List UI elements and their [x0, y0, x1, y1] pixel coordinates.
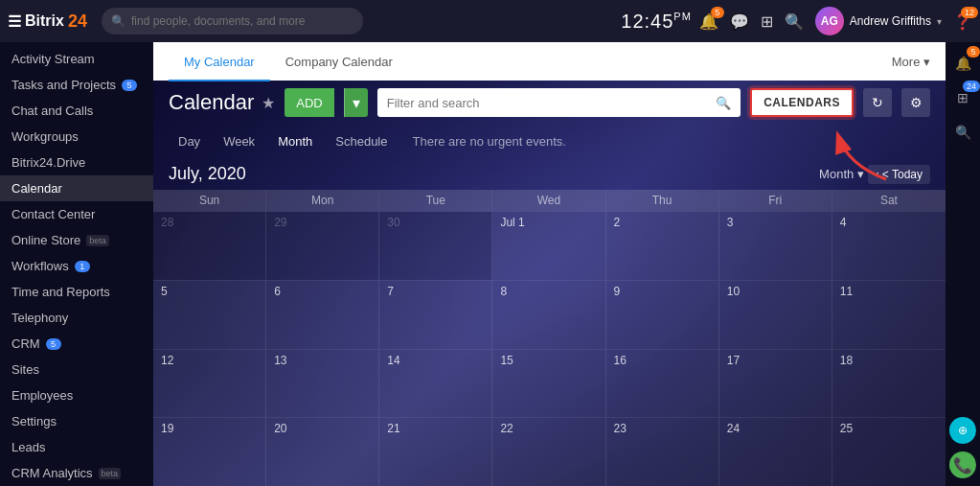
cal-cell[interactable]: 3	[719, 212, 832, 280]
sidebar-item-chat-and-calls[interactable]: Chat and Calls	[0, 98, 153, 124]
day-number: 11	[840, 285, 853, 298]
cal-cell[interactable]: 23	[606, 418, 719, 486]
hamburger-icon[interactable]: ☰	[8, 12, 21, 31]
star-icon[interactable]: ★	[262, 94, 275, 112]
sidebar-item-sites[interactable]: Sites	[0, 357, 153, 382]
tab-company-calendar[interactable]: Company Calendar	[270, 43, 408, 81]
cal-cell[interactable]: 14	[379, 350, 492, 418]
cal-cell[interactable]: 15	[492, 350, 605, 418]
cal-cell[interactable]: 29	[266, 212, 379, 280]
user-area[interactable]: AG Andrew Griffiths ▾	[815, 7, 942, 35]
view-tabs: Day Week Month Schedule There are no urg…	[153, 125, 946, 158]
cal-cell[interactable]: 30	[379, 212, 492, 280]
sidebar-item-settings[interactable]: Settings	[0, 408, 153, 434]
cal-cell[interactable]: 6	[266, 281, 379, 349]
global-search[interactable]: 🔍	[102, 8, 363, 35]
filter-search-icon: 🔍	[716, 96, 731, 110]
add-button[interactable]: ADD	[285, 88, 333, 117]
cal-cell[interactable]: 9	[606, 281, 719, 349]
sidebar-item-workgroups[interactable]: Workgroups	[0, 124, 153, 150]
chat-icon[interactable]: 💬	[730, 12, 749, 31]
cal-cell[interactable]: 12	[153, 350, 266, 418]
cal-cell[interactable]: 8	[492, 281, 605, 349]
cal-cell[interactable]: 4	[832, 212, 946, 280]
day-name-mon: Mon	[266, 190, 379, 211]
day-number: 8	[500, 285, 507, 298]
cal-cell[interactable]: 21	[379, 418, 492, 486]
day-name-sat: Sat	[832, 190, 946, 211]
right-teal-button[interactable]: ⊕	[949, 417, 976, 444]
cal-cell[interactable]: Jul 1	[492, 212, 605, 280]
grid-icon[interactable]: ⊞	[761, 12, 773, 31]
add-dropdown[interactable]: ▾	[344, 88, 368, 117]
search-input[interactable]	[131, 14, 353, 28]
day-number: 28	[161, 216, 173, 229]
cal-cell[interactable]: 18	[832, 350, 946, 418]
calendar-weeks: 282930Jul 123456789101112131415161718192…	[153, 211, 946, 486]
help-icon[interactable]: ❓ 12	[953, 12, 972, 31]
refresh-button[interactable]: ↻	[863, 88, 892, 117]
sidebar-item-bitrix24.drive[interactable]: Bitrix24.Drive	[0, 150, 153, 175]
cal-cell[interactable]: 28	[153, 212, 266, 280]
cal-cell[interactable]: 5	[153, 281, 266, 349]
cal-cell[interactable]: 11	[832, 281, 946, 349]
sidebar-item-crm-analytics[interactable]: CRM Analytics beta	[0, 460, 153, 486]
view-week[interactable]: Week	[214, 130, 264, 152]
sidebar-item-tasks-and-projects[interactable]: Tasks and Projects 5	[0, 72, 153, 98]
sidebar-item-online-store[interactable]: Online Store beta	[0, 227, 153, 253]
cal-cell[interactable]: 7	[379, 281, 492, 349]
sidebar-item-calendar[interactable]: Calendar	[0, 175, 153, 201]
cal-cell[interactable]: 24	[719, 418, 832, 486]
sidebar-label: Employees	[11, 388, 73, 403]
month-header: July, 2020 Month ▾ ‹ < Today	[153, 158, 946, 190]
cal-cell[interactable]: 22	[492, 418, 605, 486]
filter-input[interactable]	[387, 96, 710, 110]
search-global-icon[interactable]: 🔍	[785, 12, 804, 31]
sidebar-item-workflows[interactable]: Workflows 1	[0, 253, 153, 279]
tab-my-calendar[interactable]: My Calendar	[169, 43, 270, 81]
day-number: 22	[500, 422, 513, 435]
day-name-sun: Sun	[153, 190, 266, 211]
cal-cell[interactable]: 20	[266, 418, 379, 486]
right-search-icon[interactable]: 🔍	[949, 119, 976, 146]
cal-cell[interactable]: 13	[266, 350, 379, 418]
sidebar-item-employees[interactable]: Employees	[0, 382, 153, 408]
sidebar-item-time-and-reports[interactable]: Time and Reports	[0, 279, 153, 305]
right-green-button[interactable]: 📞	[949, 451, 976, 478]
day-number: 13	[274, 354, 286, 367]
sidebar-label: Online Store	[11, 233, 80, 247]
sidebar-label: Bitrix24.Drive	[11, 155, 85, 170]
day-number: 10	[727, 285, 740, 298]
right-notifications-badge: 5	[967, 46, 980, 58]
cal-cell[interactable]: 2	[606, 212, 719, 280]
bell-icon[interactable]: 🔔 5	[699, 12, 718, 31]
view-schedule[interactable]: Schedule	[326, 130, 397, 152]
day-number: 20	[274, 422, 286, 435]
view-month[interactable]: Month	[268, 130, 322, 152]
more-button[interactable]: More ▾	[892, 55, 930, 69]
sidebar-item-activity-stream[interactable]: Activity Stream	[0, 46, 153, 72]
cal-cell[interactable]: 19	[153, 418, 266, 486]
cal-cell[interactable]: 25	[832, 418, 946, 486]
day-number: 12	[161, 354, 173, 367]
day-number: Jul 1	[500, 216, 524, 229]
day-name-tue: Tue	[379, 190, 492, 211]
sidebar-label: Chat and Calls	[11, 104, 93, 118]
sidebar-item-leads[interactable]: Leads	[0, 434, 153, 460]
view-day[interactable]: Day	[169, 130, 210, 152]
cal-cell[interactable]: 16	[606, 350, 719, 418]
sidebar-item-crm[interactable]: CRM 5	[0, 331, 153, 357]
day-number: 4	[840, 216, 847, 229]
sidebar-item-contact-center[interactable]: Contact Center	[0, 201, 153, 227]
sidebar-item-telephony[interactable]: Telephony	[0, 305, 153, 331]
nav-prev-button[interactable]: ‹ < Today	[868, 165, 930, 184]
clock: 12:45PM	[621, 11, 692, 33]
right-bitrix-icon[interactable]: ⊞ 24	[949, 84, 976, 111]
settings-button[interactable]: ⚙	[901, 88, 930, 117]
month-select[interactable]: Month ▾	[819, 167, 864, 181]
filter-search-bar[interactable]: 🔍	[377, 88, 741, 117]
cal-cell[interactable]: 17	[719, 350, 832, 418]
cal-cell[interactable]: 10	[719, 281, 832, 349]
calendars-button[interactable]: CALENDARS	[750, 88, 854, 117]
right-notifications-icon[interactable]: 🔔 5	[949, 50, 976, 77]
